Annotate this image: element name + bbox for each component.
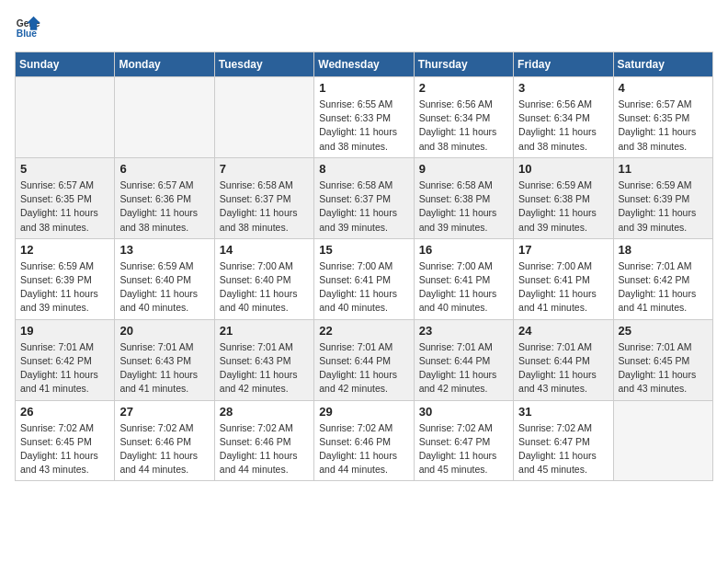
day-number: 22 — [319, 324, 408, 338]
col-header-thursday: Thursday — [414, 52, 513, 77]
day-info: Sunrise: 6:56 AMSunset: 6:34 PMDaylight:… — [419, 98, 508, 154]
day-info: Sunrise: 6:57 AMSunset: 6:35 PMDaylight:… — [619, 98, 708, 154]
day-info: Sunrise: 7:01 AMSunset: 6:43 PMDaylight:… — [119, 340, 209, 396]
logo: General Blue — [15, 15, 40, 40]
day-info: Sunrise: 7:00 AMSunset: 6:41 PMDaylight:… — [518, 259, 608, 316]
day-info: Sunrise: 7:02 AMSunset: 6:46 PMDaylight:… — [119, 421, 209, 477]
calendar-cell: 29Sunrise: 7:02 AMSunset: 6:46 PMDayligh… — [314, 400, 414, 481]
calendar-week-row: 1Sunrise: 6:55 AMSunset: 6:33 PMDaylight… — [16, 77, 713, 158]
day-info: Sunrise: 7:01 AMSunset: 6:44 PMDaylight:… — [319, 340, 408, 396]
calendar-cell: 4Sunrise: 6:57 AMSunset: 6:35 PMDaylight… — [613, 77, 712, 158]
calendar-cell: 12Sunrise: 6:59 AMSunset: 6:39 PMDayligh… — [16, 238, 115, 319]
day-info: Sunrise: 6:58 AMSunset: 6:37 PMDaylight:… — [220, 178, 309, 235]
day-info: Sunrise: 6:58 AMSunset: 6:37 PMDaylight:… — [319, 178, 408, 235]
day-number: 24 — [518, 324, 608, 338]
day-info: Sunrise: 7:01 AMSunset: 6:42 PMDaylight:… — [619, 259, 708, 316]
calendar-cell — [16, 77, 115, 158]
col-header-friday: Friday — [514, 52, 613, 77]
calendar-cell: 18Sunrise: 7:01 AMSunset: 6:42 PMDayligh… — [613, 238, 712, 319]
calendar-cell: 22Sunrise: 7:01 AMSunset: 6:44 PMDayligh… — [314, 319, 414, 400]
calendar-week-row: 26Sunrise: 7:02 AMSunset: 6:45 PMDayligh… — [16, 400, 713, 481]
calendar-cell: 23Sunrise: 7:01 AMSunset: 6:44 PMDayligh… — [414, 319, 513, 400]
calendar-cell: 14Sunrise: 7:00 AMSunset: 6:40 PMDayligh… — [214, 238, 313, 319]
calendar-cell: 27Sunrise: 7:02 AMSunset: 6:46 PMDayligh… — [115, 400, 214, 481]
day-info: Sunrise: 7:01 AMSunset: 6:43 PMDaylight:… — [220, 340, 309, 396]
calendar-cell: 9Sunrise: 6:58 AMSunset: 6:38 PMDaylight… — [414, 157, 513, 238]
col-header-saturday: Saturday — [613, 52, 712, 77]
logo-icon: General Blue — [15, 15, 40, 40]
day-number: 15 — [319, 243, 408, 257]
day-number: 8 — [319, 162, 408, 176]
day-info: Sunrise: 6:57 AMSunset: 6:35 PMDaylight:… — [20, 178, 109, 235]
page-header: General Blue — [15, 15, 713, 40]
calendar-cell: 15Sunrise: 7:00 AMSunset: 6:41 PMDayligh… — [314, 238, 414, 319]
day-number: 12 — [20, 243, 109, 257]
calendar-cell: 5Sunrise: 6:57 AMSunset: 6:35 PMDaylight… — [16, 157, 115, 238]
calendar-cell: 1Sunrise: 6:55 AMSunset: 6:33 PMDaylight… — [314, 77, 414, 158]
day-number: 27 — [119, 405, 209, 419]
calendar-cell: 16Sunrise: 7:00 AMSunset: 6:41 PMDayligh… — [414, 238, 513, 319]
day-info: Sunrise: 7:00 AMSunset: 6:41 PMDaylight:… — [419, 259, 508, 316]
day-number: 26 — [20, 405, 109, 419]
day-info: Sunrise: 6:56 AMSunset: 6:34 PMDaylight:… — [518, 98, 608, 154]
day-number: 28 — [220, 405, 309, 419]
calendar-cell: 19Sunrise: 7:01 AMSunset: 6:42 PMDayligh… — [16, 319, 115, 400]
calendar-cell: 6Sunrise: 6:57 AMSunset: 6:36 PMDaylight… — [115, 157, 214, 238]
day-info: Sunrise: 6:59 AMSunset: 6:39 PMDaylight:… — [20, 259, 109, 316]
day-info: Sunrise: 7:02 AMSunset: 6:46 PMDaylight:… — [319, 421, 408, 477]
col-header-monday: Monday — [115, 52, 214, 77]
day-info: Sunrise: 7:01 AMSunset: 6:44 PMDaylight:… — [419, 340, 508, 396]
day-info: Sunrise: 6:55 AMSunset: 6:33 PMDaylight:… — [319, 98, 408, 154]
day-info: Sunrise: 6:59 AMSunset: 6:39 PMDaylight:… — [619, 178, 708, 235]
day-number: 31 — [518, 405, 608, 419]
day-info: Sunrise: 6:57 AMSunset: 6:36 PMDaylight:… — [119, 178, 209, 235]
day-number: 29 — [319, 405, 408, 419]
calendar-week-row: 5Sunrise: 6:57 AMSunset: 6:35 PMDaylight… — [16, 157, 713, 238]
svg-text:Blue: Blue — [17, 29, 38, 39]
day-info: Sunrise: 6:58 AMSunset: 6:38 PMDaylight:… — [419, 178, 508, 235]
calendar-cell: 31Sunrise: 7:02 AMSunset: 6:47 PMDayligh… — [514, 400, 613, 481]
day-number: 10 — [518, 162, 608, 176]
day-number: 25 — [619, 324, 708, 338]
calendar-cell: 3Sunrise: 6:56 AMSunset: 6:34 PMDaylight… — [514, 77, 613, 158]
day-info: Sunrise: 7:01 AMSunset: 6:45 PMDaylight:… — [619, 340, 708, 396]
day-info: Sunrise: 7:02 AMSunset: 6:46 PMDaylight:… — [220, 421, 309, 477]
calendar-cell — [115, 77, 214, 158]
calendar-cell: 7Sunrise: 6:58 AMSunset: 6:37 PMDaylight… — [214, 157, 313, 238]
calendar-cell: 26Sunrise: 7:02 AMSunset: 6:45 PMDayligh… — [16, 400, 115, 481]
calendar-cell — [613, 400, 712, 481]
calendar-cell: 13Sunrise: 6:59 AMSunset: 6:40 PMDayligh… — [115, 238, 214, 319]
day-number: 9 — [419, 162, 508, 176]
calendar-header-row: SundayMondayTuesdayWednesdayThursdayFrid… — [16, 52, 713, 77]
day-number: 3 — [518, 81, 608, 95]
day-number: 14 — [220, 243, 309, 257]
day-number: 2 — [419, 81, 508, 95]
day-info: Sunrise: 7:00 AMSunset: 6:41 PMDaylight:… — [319, 259, 408, 316]
calendar-cell: 28Sunrise: 7:02 AMSunset: 6:46 PMDayligh… — [214, 400, 313, 481]
day-info: Sunrise: 7:02 AMSunset: 6:47 PMDaylight:… — [518, 421, 608, 477]
day-info: Sunrise: 6:59 AMSunset: 6:40 PMDaylight:… — [119, 259, 209, 316]
calendar-cell: 11Sunrise: 6:59 AMSunset: 6:39 PMDayligh… — [613, 157, 712, 238]
day-number: 18 — [619, 243, 708, 257]
day-number: 1 — [319, 81, 408, 95]
calendar-week-row: 19Sunrise: 7:01 AMSunset: 6:42 PMDayligh… — [16, 319, 713, 400]
col-header-wednesday: Wednesday — [314, 52, 414, 77]
calendar-cell — [214, 77, 313, 158]
day-number: 4 — [619, 81, 708, 95]
day-number: 7 — [220, 162, 309, 176]
day-info: Sunrise: 7:01 AMSunset: 6:42 PMDaylight:… — [20, 340, 109, 396]
day-number: 13 — [119, 243, 209, 257]
calendar-cell: 24Sunrise: 7:01 AMSunset: 6:44 PMDayligh… — [514, 319, 613, 400]
day-info: Sunrise: 6:59 AMSunset: 6:38 PMDaylight:… — [518, 178, 608, 235]
day-number: 11 — [619, 162, 708, 176]
day-number: 21 — [220, 324, 309, 338]
day-info: Sunrise: 7:00 AMSunset: 6:40 PMDaylight:… — [220, 259, 309, 316]
calendar-cell: 17Sunrise: 7:00 AMSunset: 6:41 PMDayligh… — [514, 238, 613, 319]
calendar-cell: 25Sunrise: 7:01 AMSunset: 6:45 PMDayligh… — [613, 319, 712, 400]
day-number: 6 — [119, 162, 209, 176]
day-number: 23 — [419, 324, 508, 338]
calendar-cell: 8Sunrise: 6:58 AMSunset: 6:37 PMDaylight… — [314, 157, 414, 238]
col-header-sunday: Sunday — [16, 52, 115, 77]
calendar-cell: 30Sunrise: 7:02 AMSunset: 6:47 PMDayligh… — [414, 400, 513, 481]
calendar-table: SundayMondayTuesdayWednesdayThursdayFrid… — [15, 52, 713, 481]
